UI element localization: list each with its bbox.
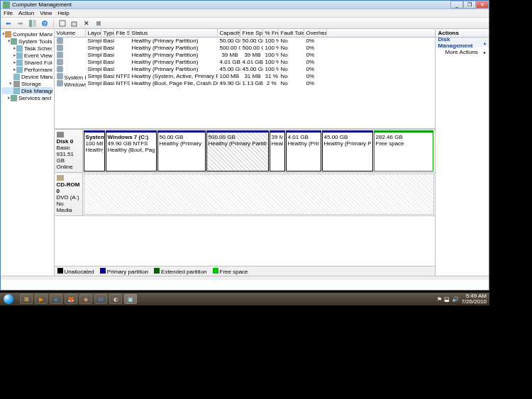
col-filesystem[interactable]: File System xyxy=(114,29,130,37)
partition-6[interactable]: 45.00 GBHealthy (Primary Partition) xyxy=(322,130,373,172)
volume-list-header[interactable]: Volume Layout Type File System Status Ca… xyxy=(55,29,435,38)
svg-rect-6 xyxy=(96,21,101,26)
cdrom-row[interactable]: CD-ROM 0 DVD (A:) No Media xyxy=(55,173,435,216)
delete-button[interactable]: ✕ xyxy=(82,18,92,28)
actions-pane: Actions Disk Management More Actions xyxy=(436,29,489,276)
col-volume[interactable]: Volume xyxy=(55,29,86,37)
legend-free-swatch xyxy=(213,268,218,274)
tree-item-7[interactable]: ▾Storage xyxy=(2,80,52,87)
col-freespace[interactable]: Free Space xyxy=(240,29,263,37)
partition-1[interactable]: Windows 7 (C:)49.90 GB NTFSHealthy (Boot… xyxy=(106,130,157,172)
menu-view[interactable]: View xyxy=(40,10,52,16)
close-button[interactable]: ✕ xyxy=(476,1,489,9)
disk-0-info[interactable]: Disk 0 Basic 931.51 GB Online xyxy=(55,130,83,172)
taskbar-wmp-icon[interactable]: ▶ xyxy=(35,294,48,304)
computer-management-window: Computer Management _ ❐ ✕ File Action Vi… xyxy=(0,0,489,291)
volume-row-0[interactable]: SimpleBasicHealthy (Primary Partition)50… xyxy=(55,38,435,45)
partition-4[interactable]: 39 MBHealthy xyxy=(270,130,285,172)
svg-rect-5 xyxy=(72,22,77,26)
cdrom-status: No Media xyxy=(57,201,72,213)
cdrom-icon xyxy=(57,175,64,181)
titlebar[interactable]: Computer Management _ ❐ ✕ xyxy=(1,1,489,9)
forward-button: ➡ xyxy=(16,18,26,28)
col-faulttol[interactable]: Fault Tolerance xyxy=(279,29,304,37)
taskbar-ie-icon[interactable]: e xyxy=(50,294,62,304)
app-icon xyxy=(3,1,10,9)
partition-0[interactable]: System Re100 MB NTHealthy (S xyxy=(84,130,105,172)
taskbar[interactable]: ⊞ ▶ e 🦊 ◆ W ◐ ▣ ⚑ ⬓ 🔊 5:49 AM 7/26/2010 xyxy=(0,293,489,305)
tree-item-1[interactable]: ▾System Tools xyxy=(2,38,52,45)
disk-0-status: Online xyxy=(57,164,73,170)
partition-2[interactable]: 50.00 GBHealthy (Primary Partition) xyxy=(157,130,206,172)
menu-help[interactable]: Help xyxy=(57,10,69,16)
back-button[interactable]: ⬅ xyxy=(4,18,13,28)
maximize-button[interactable]: ❐ xyxy=(463,1,476,9)
col-type[interactable]: Type xyxy=(101,29,114,37)
settings-button[interactable] xyxy=(94,18,104,28)
disk-icon xyxy=(57,132,64,137)
legend: Unallocated Primary partition Extended p… xyxy=(55,266,435,276)
disk-0-type: Basic xyxy=(57,145,71,151)
taskbar-compmgmt-icon[interactable]: ▣ xyxy=(124,294,137,304)
windows-orb-icon xyxy=(4,294,13,304)
svg-rect-1 xyxy=(33,20,36,27)
tree-item-2[interactable]: ▸Task Scheduler xyxy=(2,45,52,52)
tree-item-9[interactable]: ▸Services and Applications xyxy=(2,94,52,101)
volume-row-2[interactable]: SimpleBasicHealthy (Primary Partition)39… xyxy=(55,52,435,59)
disk-0-size: 931.51 GB xyxy=(57,151,74,164)
window-title: Computer Management xyxy=(12,1,450,8)
tree-item-6[interactable]: Device Manager xyxy=(2,73,52,80)
actions-disk-management[interactable]: Disk Management xyxy=(436,38,489,47)
legend-primary-swatch xyxy=(100,268,106,274)
taskbar-word-icon[interactable]: W xyxy=(94,294,107,304)
svg-text:?: ? xyxy=(43,21,47,27)
menubar: File Action View Help xyxy=(1,9,489,18)
volume-row-4[interactable]: SimpleBasicHealthy (Primary Partition)45… xyxy=(55,66,435,73)
disk-0-name: Disk 0 xyxy=(57,138,80,145)
taskbar-app-icon[interactable]: ◆ xyxy=(79,294,92,304)
show-hide-tree-button[interactable] xyxy=(28,18,38,28)
cdrom-type: DVD (A:) xyxy=(57,194,79,201)
col-overhead[interactable]: Overhead xyxy=(304,29,327,37)
cdrom-name: CD-ROM 0 xyxy=(57,181,80,194)
tray-network-icon[interactable]: ⬓ xyxy=(444,296,450,303)
tree-item-0[interactable]: ▾Computer Management (Local xyxy=(2,30,52,38)
cdrom-info[interactable]: CD-ROM 0 DVD (A:) No Media xyxy=(55,173,83,215)
toolbar: ⬅ ➡ ? ✕ xyxy=(1,18,489,29)
navigation-tree[interactable]: ▾Computer Management (Local▾System Tools… xyxy=(1,29,55,276)
volume-row-1[interactable]: SimpleBasicHealthy (Primary Partition)50… xyxy=(55,45,435,52)
start-button[interactable] xyxy=(0,293,17,305)
disk-graphical-view[interactable]: Disk 0 Basic 931.51 GB Online System Re1… xyxy=(55,128,435,266)
tree-item-5[interactable]: ▸Performance xyxy=(2,66,52,73)
partition-3[interactable]: 500.00 GBHealthy (Primary Partition) xyxy=(206,130,269,172)
taskbar-explorer-icon[interactable]: ⊞ xyxy=(20,294,33,304)
tray-volume-icon[interactable]: 🔊 xyxy=(452,296,459,303)
statusbar xyxy=(1,276,489,280)
col-layout[interactable]: Layout xyxy=(86,29,101,37)
tree-item-3[interactable]: ▸Event Viewer xyxy=(2,52,52,59)
tree-item-4[interactable]: ▸Shared Folders xyxy=(2,59,52,66)
no-media-region xyxy=(84,174,434,215)
minimize-button[interactable]: _ xyxy=(450,1,463,9)
tree-item-8[interactable]: Disk Management xyxy=(2,87,52,94)
taskbar-steam-icon[interactable]: ◐ xyxy=(109,294,122,304)
disk-0-row[interactable]: Disk 0 Basic 931.51 GB Online System Re1… xyxy=(55,130,435,173)
col-status[interactable]: Status xyxy=(130,29,218,37)
tray-clock[interactable]: 5:49 AM 7/26/2010 xyxy=(461,293,487,305)
volume-row-3[interactable]: SimpleBasicHealthy (Primary Partition)4.… xyxy=(55,59,435,66)
partition-5[interactable]: 4.01 GBHealthy (Primary Parti xyxy=(286,130,321,172)
volume-list[interactable]: Volume Layout Type File System Status Ca… xyxy=(55,29,435,128)
refresh-button[interactable] xyxy=(57,18,67,28)
volume-row-6[interactable]: Windows 7 (C:)SimpleBasicNTFSHealthy (Bo… xyxy=(55,80,435,87)
col-capacity[interactable]: Capacity xyxy=(218,29,240,37)
taskbar-firefox-icon[interactable]: 🦊 xyxy=(65,294,77,304)
tray-flag-icon[interactable]: ⚑ xyxy=(437,296,442,303)
menu-action[interactable]: Action xyxy=(18,10,34,16)
col-pctfree[interactable]: % Free xyxy=(263,29,279,37)
svg-rect-0 xyxy=(29,20,32,27)
properties-button[interactable] xyxy=(70,18,79,28)
help-button[interactable]: ? xyxy=(40,18,50,28)
volume-row-5[interactable]: System ReservedSimpleBasicNTFSHealthy (S… xyxy=(55,73,435,80)
partition-7[interactable]: 282.46 GBFree space xyxy=(374,130,433,172)
menu-file[interactable]: File xyxy=(4,10,13,16)
